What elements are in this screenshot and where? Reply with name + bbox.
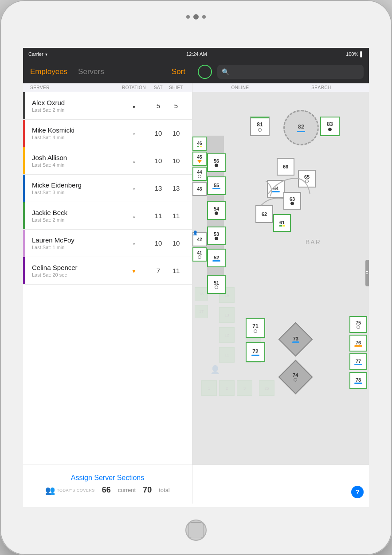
col-online-header: ONLINE (200, 85, 281, 90)
table-83[interactable]: 83 (320, 117, 340, 136)
table-62[interactable]: 62 (255, 205, 273, 223)
status-right: 100% ▌ (346, 51, 364, 57)
search-bar[interactable]: 🔍 (217, 65, 364, 79)
table-75[interactable]: 75 (349, 316, 367, 333)
list-item[interactable]: Alex Oxrud Last Sat: 2 min ● 5 5 (23, 92, 192, 120)
sort-button[interactable]: Sort (172, 67, 185, 76)
table-77[interactable]: 77 (349, 353, 367, 370)
employee-sub: Last Sat: 3 min (32, 190, 118, 195)
table-52[interactable]: 52 (207, 249, 226, 267)
battery-label: 100% (346, 51, 358, 57)
table-72[interactable]: 72 (246, 342, 265, 362)
employee-sub: Last Sat: 1 min (32, 245, 118, 250)
side-panel[interactable] (365, 260, 369, 286)
current-covers-number: 66 (102, 485, 111, 495)
main-content: Alex Oxrud Last Sat: 2 min ● 5 5 Mike Ko… (23, 92, 369, 465)
tab-servers[interactable]: Servers (78, 67, 104, 76)
map-area: 16 13 12 11 5 4 18 17 3 2 1 25 👤 (192, 92, 369, 465)
col-rotation-header: ROTATION (118, 85, 149, 90)
camera-dot (186, 15, 190, 19)
table-78[interactable]: 78 (349, 372, 367, 389)
color-bar (23, 175, 25, 202)
employee-shift: 11 (167, 267, 185, 274)
list-item[interactable]: Josh Allison Last Sat: 4 min ○ 10 10 (23, 147, 192, 175)
table-63[interactable]: 63 (283, 192, 301, 210)
bottom-section: Assign Server Sections 👥 TODAY'S COVERS … (23, 465, 369, 504)
color-bar (23, 147, 25, 174)
employee-name: Jackie Beck (32, 209, 118, 216)
table-66[interactable]: 66 (277, 158, 294, 176)
table-56[interactable]: 56 (207, 153, 226, 172)
online-indicator[interactable] (198, 65, 212, 79)
total-covers-label: total (159, 487, 170, 493)
color-bar (23, 257, 25, 284)
employee-sub: Last Sat: 4 min (32, 135, 118, 140)
color-bar (23, 92, 25, 119)
table-42[interactable]: 42 👤 (192, 232, 207, 246)
color-bar (23, 202, 25, 229)
list-item[interactable]: Mike Kosmicki Last Sat: 4 min ○ 10 10 (23, 120, 192, 147)
employee-shift: 13 (167, 184, 185, 192)
covers-label: TODAY'S COVERS (57, 488, 94, 492)
col-server-header: SERVER (30, 85, 118, 90)
table-65[interactable]: 65 (298, 170, 316, 188)
table-44[interactable]: 44 (192, 167, 207, 181)
total-covers-number: 70 (143, 485, 152, 495)
carrier-label: Carrier (28, 51, 43, 57)
list-item[interactable]: Jackie Beck Last Sat: 2 min ○ 11 11 (23, 202, 192, 230)
employee-name: Celina Spencer (32, 264, 118, 271)
table-53[interactable]: 53 (207, 227, 226, 245)
list-item[interactable]: Micke Eidenberg Last Sat: 3 min ○ 13 13 (23, 175, 192, 202)
sensor-dot (202, 15, 206, 19)
table-76[interactable]: 76 (349, 335, 367, 352)
table-43[interactable]: 43 (192, 182, 207, 196)
employee-sub: Last Sat: 2 min (32, 217, 118, 223)
employee-sat: 10 (149, 129, 167, 137)
table-71[interactable]: 71 (246, 318, 265, 338)
bar-label: BAR (306, 238, 321, 246)
device-camera-area (186, 14, 206, 20)
list-item[interactable]: Celina Spencer Last Sat: 20 sec ▼ 7 11 (23, 257, 192, 285)
list-item[interactable]: Lauren McFoy Last Sat: 1 min ○ 10 10 (23, 230, 192, 257)
table-82[interactable]: 82 (283, 110, 319, 145)
column-headers: SERVER ROTATION SAT SHIFT ONLINE SEARCH (23, 83, 369, 92)
home-button-area[interactable] (185, 520, 207, 541)
employee-info: Micke Eidenberg Last Sat: 3 min (30, 181, 118, 195)
employee-info: Celina Spencer Last Sat: 20 sec (30, 264, 118, 278)
nav-right: 🔍 (192, 65, 369, 79)
current-covers-label: current (118, 487, 136, 493)
employee-rotation: ○ (118, 129, 149, 137)
table-45[interactable]: 45 (192, 152, 207, 166)
tab-employees[interactable]: Employees (30, 67, 67, 76)
employee-sub: Last Sat: 4 min (32, 162, 118, 168)
employee-shift: 10 (167, 129, 185, 137)
table-64[interactable]: 64 (267, 180, 285, 198)
search-icon: 🔍 (222, 68, 229, 75)
home-button[interactable] (185, 520, 207, 541)
device-frame: Carrier ▾ 12:24 AM 100% ▌ Employees Serv… (0, 0, 392, 555)
screen: Carrier ▾ 12:24 AM 100% ▌ Employees Serv… (23, 48, 369, 507)
color-bar (23, 230, 25, 257)
employee-shift: 5 (167, 102, 185, 109)
table-55[interactable]: 55 (207, 176, 226, 195)
front-camera (193, 14, 199, 20)
employee-name: Mike Kosmicki (32, 126, 118, 134)
table-81[interactable]: 81 (250, 117, 270, 136)
help-button[interactable]: ? (351, 486, 364, 498)
table-61[interactable]: 61 (273, 214, 291, 232)
employee-rotation: ○ (118, 212, 149, 220)
table-46[interactable]: 46 (192, 137, 207, 151)
table-54[interactable]: 54 (207, 201, 226, 220)
employee-name: Josh Allison (32, 154, 118, 161)
employee-shift: 11 (167, 212, 185, 219)
table-51[interactable]: 51 (207, 275, 226, 294)
right-column-tables: 75 76 77 78 (349, 316, 367, 389)
assign-server-sections-button[interactable]: Assign Server Sections (71, 474, 144, 482)
employee-rotation: ○ (118, 239, 149, 247)
employee-sat: 13 (149, 184, 167, 192)
vertical-panel: 56 55 54 53 (207, 136, 224, 286)
employee-sat: 11 (149, 212, 167, 219)
table-41[interactable]: 41 (192, 247, 207, 262)
home-button-inner (188, 522, 204, 538)
employee-shift: 10 (167, 157, 185, 164)
